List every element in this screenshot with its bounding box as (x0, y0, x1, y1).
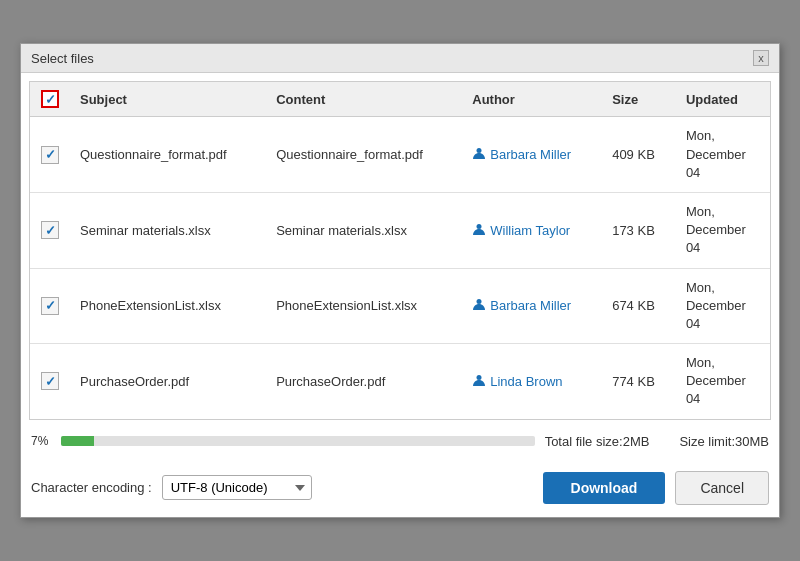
size-cell: 674 KB (602, 268, 676, 344)
row-checkbox[interactable]: ✓ (41, 372, 59, 390)
row-checkbox-cell[interactable]: ✓ (30, 192, 70, 268)
download-button[interactable]: Download (543, 472, 666, 504)
author-link[interactable]: Barbara Miller (472, 146, 592, 163)
row-checkbox[interactable]: ✓ (41, 146, 59, 164)
subject-cell: Questionnaire_format.pdf (70, 117, 266, 193)
updated-cell: Mon, December 04 (676, 192, 770, 268)
file-info: Total file size:2MB Size limit:30MB (545, 434, 769, 449)
table-body: ✓Questionnaire_format.pdfQuestionnaire_f… (30, 117, 770, 419)
table-header: ✓ Subject Content Author Size Updated (30, 82, 770, 117)
author-cell[interactable]: Barbara Miller (462, 117, 602, 193)
updated-header: Updated (676, 82, 770, 117)
svg-point-0 (477, 148, 482, 153)
content-header: Content (266, 82, 462, 117)
action-row: Character encoding : UTF-8 (Unicode)Shif… (21, 463, 779, 517)
content-cell: Questionnaire_format.pdf (266, 117, 462, 193)
user-icon (472, 297, 486, 314)
author-name: Linda Brown (490, 374, 562, 389)
subject-header: Subject (70, 82, 266, 117)
files-table-container: ✓ Subject Content Author Size Updated ✓Q… (29, 81, 771, 419)
user-icon (472, 146, 486, 163)
updated-cell: Mon, December 04 (676, 344, 770, 419)
svg-point-1 (477, 224, 482, 229)
row-checkbox-cell[interactable]: ✓ (30, 117, 70, 193)
table-row: ✓PhoneExtensionList.xlsxPhoneExtensionLi… (30, 268, 770, 344)
progress-fill (61, 436, 94, 446)
dialog-title: Select files (31, 51, 94, 66)
author-header: Author (462, 82, 602, 117)
table-row: ✓PurchaseOrder.pdfPurchaseOrder.pdfLinda… (30, 344, 770, 419)
author-name: Barbara Miller (490, 298, 571, 313)
author-link[interactable]: Barbara Miller (472, 297, 592, 314)
size-header: Size (602, 82, 676, 117)
progress-row: 7% Total file size:2MB Size limit:30MB (31, 434, 769, 449)
size-cell: 173 KB (602, 192, 676, 268)
author-cell[interactable]: Barbara Miller (462, 268, 602, 344)
subject-cell: PurchaseOrder.pdf (70, 344, 266, 419)
content-cell: PurchaseOrder.pdf (266, 344, 462, 419)
progress-percent: 7% (31, 434, 51, 448)
check-icon: ✓ (45, 298, 56, 313)
check-icon: ✓ (45, 223, 56, 238)
encoding-select[interactable]: UTF-8 (Unicode)Shift_JISEUC-JPISO-8859-1 (162, 475, 312, 500)
user-icon (472, 222, 486, 239)
files-table: ✓ Subject Content Author Size Updated ✓Q… (30, 82, 770, 418)
row-checkbox[interactable]: ✓ (41, 221, 59, 239)
updated-cell: Mon, December 04 (676, 268, 770, 344)
content-cell: PhoneExtensionList.xlsx (266, 268, 462, 344)
close-icon: x (758, 52, 764, 64)
select-all-header[interactable]: ✓ (30, 82, 70, 117)
author-name: Barbara Miller (490, 147, 571, 162)
svg-point-3 (477, 375, 482, 380)
table-row: ✓Questionnaire_format.pdfQuestionnaire_f… (30, 117, 770, 193)
user-icon (472, 373, 486, 390)
content-cell: Seminar materials.xlsx (266, 192, 462, 268)
updated-cell: Mon, December 04 (676, 117, 770, 193)
cancel-button[interactable]: Cancel (675, 471, 769, 505)
progress-track (61, 436, 535, 446)
subject-cell: Seminar materials.xlsx (70, 192, 266, 268)
author-cell[interactable]: William Taylor (462, 192, 602, 268)
size-cell: 774 KB (602, 344, 676, 419)
select-all-checkbox[interactable]: ✓ (41, 90, 59, 108)
table-row: ✓Seminar materials.xlsxSeminar materials… (30, 192, 770, 268)
select-files-dialog: Select files x ✓ Subject Content Author … (20, 43, 780, 517)
author-link[interactable]: Linda Brown (472, 373, 592, 390)
check-icon: ✓ (45, 374, 56, 389)
close-button[interactable]: x (753, 50, 769, 66)
check-icon: ✓ (45, 147, 56, 162)
svg-point-2 (477, 299, 482, 304)
size-limit: Size limit:30MB (679, 434, 769, 449)
row-checkbox-cell[interactable]: ✓ (30, 268, 70, 344)
encoding-label: Character encoding : (31, 480, 152, 495)
author-cell[interactable]: Linda Brown (462, 344, 602, 419)
row-checkbox-cell[interactable]: ✓ (30, 344, 70, 419)
size-cell: 409 KB (602, 117, 676, 193)
subject-cell: PhoneExtensionList.xlsx (70, 268, 266, 344)
row-checkbox[interactable]: ✓ (41, 297, 59, 315)
author-name: William Taylor (490, 223, 570, 238)
author-link[interactable]: William Taylor (472, 222, 592, 239)
footer-area: 7% Total file size:2MB Size limit:30MB (21, 428, 779, 463)
dialog-titlebar: Select files x (21, 44, 779, 73)
total-file-size: Total file size:2MB (545, 434, 650, 449)
checkmark-icon: ✓ (45, 92, 56, 107)
